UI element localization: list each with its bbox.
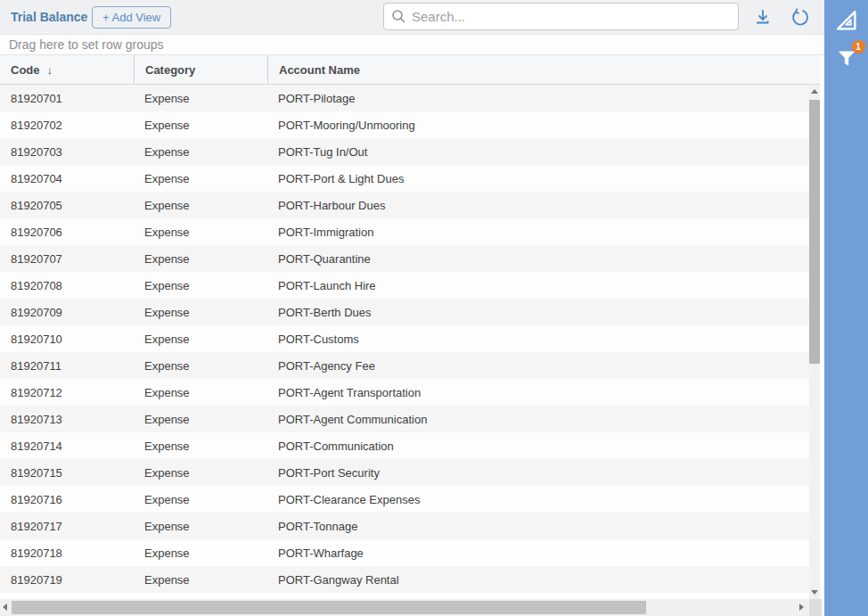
- scrollbar-corner: [809, 599, 822, 616]
- scroll-right-arrow-icon[interactable]: [799, 604, 804, 611]
- table-row[interactable]: 81920718 Expense PORT-Wharfage: [0, 539, 809, 566]
- toolbar: Trial Balance + Add View: [0, 0, 824, 34]
- download-icon[interactable]: [751, 6, 774, 29]
- cell-account-name: PORT-Mooring/Unmooring: [267, 111, 809, 138]
- grid-main-area: Trial Balance + Add View Dra: [0, 0, 824, 616]
- table-row[interactable]: 81920716 Expense PORT-Clearance Expenses: [0, 486, 809, 513]
- search-input[interactable]: [412, 9, 731, 24]
- cell-category: Expense: [134, 566, 267, 593]
- cell-code: 81920707: [0, 245, 134, 272]
- grid-column-headers: Code ↓ Category Account Name: [0, 55, 821, 85]
- cell-code: 81920711: [0, 352, 134, 379]
- table-row[interactable]: 81920703 Expense PORT-Tug In/Out: [0, 138, 809, 165]
- table-row[interactable]: 81920715 Expense PORT-Port Security: [0, 459, 809, 486]
- cell-category: Expense: [134, 245, 267, 272]
- search-box: [383, 3, 739, 30]
- cell-category: Expense: [134, 352, 267, 379]
- cell-category: Expense: [134, 379, 267, 406]
- cell-account-name: PORT-Wharfage: [267, 539, 809, 566]
- cell-code: 81920708: [0, 272, 134, 299]
- cell-account-name: PORT-Agent Communication: [267, 406, 809, 432]
- table-row[interactable]: 81920701 Expense PORT-Pilotage: [0, 85, 809, 111]
- table-row[interactable]: 81920708 Expense PORT-Launch Hire: [0, 272, 809, 299]
- cell-code: 81920719: [0, 566, 134, 593]
- cell-account-name: PORT-Immigration: [267, 218, 809, 245]
- cell-code: 81920720: [0, 593, 134, 599]
- table-row[interactable]: 81920709 Expense PORT-Berth Dues: [0, 299, 809, 325]
- row-group-drop-panel[interactable]: Drag here to set row groups: [0, 34, 824, 55]
- vertical-scrollbar-thumb[interactable]: [809, 100, 820, 364]
- table-row[interactable]: 81920713 Expense PORT-Agent Communicatio…: [0, 406, 809, 432]
- scroll-up-arrow-icon[interactable]: [811, 89, 818, 94]
- cell-account-name: PORT-Clearance Expenses: [267, 486, 809, 513]
- sort-desc-icon: ↓: [47, 63, 53, 77]
- cell-code: 81920702: [0, 111, 134, 138]
- scroll-left-arrow-icon[interactable]: [3, 604, 7, 611]
- cell-account-name: PORT-Port & Light Dues: [267, 165, 809, 192]
- column-header-code[interactable]: Code ↓: [0, 55, 134, 84]
- cell-category: Expense: [134, 486, 267, 513]
- cell-code: 81920716: [0, 486, 134, 513]
- horizontal-scrollbar-thumb[interactable]: [12, 601, 646, 614]
- cell-account-name: PORT-Quarantine: [267, 245, 809, 272]
- cell-category: Expense: [134, 218, 267, 245]
- cell-category: Expense: [134, 85, 267, 111]
- table-row[interactable]: 81920711 Expense PORT-Agency Fee: [0, 352, 809, 379]
- table-row[interactable]: 81920712 Expense PORT-Agent Transportati…: [0, 379, 809, 406]
- cell-category: Expense: [134, 272, 267, 299]
- cell-account-name: PORT-Agent Transportation: [267, 379, 809, 406]
- cell-category: Expense: [134, 539, 267, 566]
- cell-category: Expense: [134, 513, 267, 539]
- table-row[interactable]: 81920717 Expense PORT-Tonnage: [0, 513, 809, 539]
- cell-code: 81920715: [0, 459, 134, 486]
- column-header-category[interactable]: Category: [134, 55, 267, 84]
- grid-body: 81920701 Expense PORT-Pilotage 81920702 …: [0, 85, 824, 599]
- filter-badge: 1: [852, 40, 865, 53]
- search-icon: [391, 9, 406, 24]
- table-row[interactable]: 81920702 Expense PORT-Mooring/Unmooring: [0, 111, 809, 138]
- rows-viewport: 81920701 Expense PORT-Pilotage 81920702 …: [0, 85, 809, 599]
- cell-code: 81920717: [0, 513, 134, 539]
- cell-code: 81920704: [0, 165, 134, 192]
- cell-code: 81920714: [0, 432, 134, 459]
- cell-account-name: PORT-Customs: [267, 325, 809, 352]
- cell-code: 81920703: [0, 138, 134, 165]
- cell-code: 81920709: [0, 299, 134, 325]
- table-row[interactable]: 81920707 Expense PORT-Quarantine: [0, 245, 809, 272]
- table-row[interactable]: 81920720 Expense PORT-Garbage Disposal: [0, 593, 809, 599]
- table-row[interactable]: 81920714 Expense PORT-Communication: [0, 432, 809, 459]
- cell-category: Expense: [134, 325, 267, 352]
- cell-category: Expense: [134, 459, 267, 486]
- cell-account-name: PORT-Garbage Disposal: [267, 593, 809, 599]
- cell-account-name: PORT-Harbour Dues: [267, 192, 809, 218]
- cell-account-name: PORT-Tonnage: [267, 513, 809, 539]
- cell-category: Expense: [134, 192, 267, 218]
- undo-icon[interactable]: [789, 6, 812, 29]
- cell-code: 81920718: [0, 539, 134, 566]
- table-row[interactable]: 81920706 Expense PORT-Immigration: [0, 218, 809, 245]
- cell-category: Expense: [134, 299, 267, 325]
- scroll-down-arrow-icon[interactable]: [811, 590, 818, 595]
- table-row[interactable]: 81920710 Expense PORT-Customs: [0, 325, 809, 352]
- table-row[interactable]: 81920704 Expense PORT-Port & Light Dues: [0, 165, 809, 192]
- set-square-icon[interactable]: [831, 5, 862, 36]
- cell-account-name: PORT-Gangway Rental: [267, 566, 809, 593]
- table-row[interactable]: 81920705 Expense PORT-Harbour Dues: [0, 192, 809, 218]
- add-view-button[interactable]: + Add View: [92, 6, 171, 29]
- cell-code: 81920706: [0, 218, 134, 245]
- side-panel: 1: [824, 0, 868, 616]
- horizontal-scrollbar[interactable]: [0, 599, 822, 616]
- filter-icon[interactable]: 1: [831, 43, 862, 73]
- table-row[interactable]: 81920719 Expense PORT-Gangway Rental: [0, 566, 809, 593]
- app-window: Trial Balance + Add View Dra: [0, 0, 868, 616]
- cell-category: Expense: [134, 138, 267, 165]
- cell-code: 81920701: [0, 85, 134, 111]
- column-header-account-name[interactable]: Account Name: [267, 55, 821, 84]
- cell-category: Expense: [134, 111, 267, 138]
- cell-code: 81920713: [0, 406, 134, 432]
- vertical-scrollbar[interactable]: [809, 85, 820, 599]
- cell-category: Expense: [134, 165, 267, 192]
- cell-account-name: PORT-Tug In/Out: [267, 138, 809, 165]
- cell-category: Expense: [134, 432, 267, 459]
- cell-code: 81920710: [0, 325, 134, 352]
